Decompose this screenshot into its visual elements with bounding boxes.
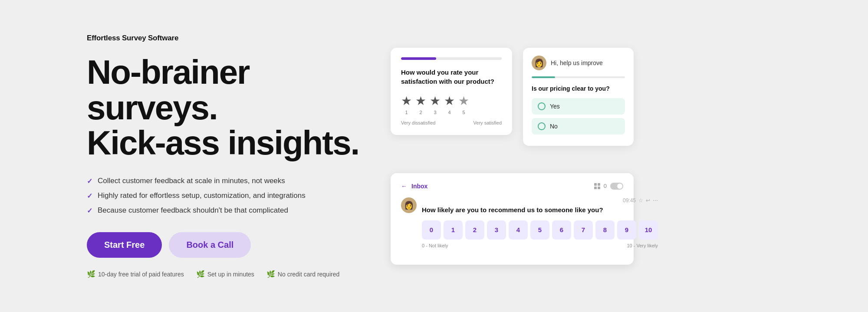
survey-card-yes-no: 👩 Hi, help us improve Is our pricing cle… <box>523 48 634 146</box>
message-avatar: 👩 <box>401 197 417 213</box>
star-rating-row: ★ 1 ★ 2 ★ 3 ★ 4 ★ 5 <box>401 94 502 115</box>
star-4: ★ <box>444 94 455 108</box>
more-icon: ⋯ <box>653 197 658 204</box>
check-icon-1: ✓ <box>87 177 92 185</box>
star-item-1[interactable]: ★ 1 <box>401 94 412 115</box>
feature-text-1: Collect customer feedback at scale in mi… <box>98 177 285 185</box>
star-item-4[interactable]: ★ 4 <box>444 94 455 115</box>
rating-labels: Very dissatisfied Very satisfied <box>401 120 502 125</box>
inbox-header: ← Inbox 0 <box>401 183 623 190</box>
nps-1[interactable]: 1 <box>444 220 463 240</box>
nps-labels: 0 - Not likely 10 - Very likely <box>422 243 658 248</box>
nps-9[interactable]: 9 <box>617 220 636 240</box>
progress-bar-2 <box>532 76 625 78</box>
no-option[interactable]: No <box>532 118 625 135</box>
progress-bar-1 <box>401 57 502 60</box>
nps-7[interactable]: 7 <box>574 220 593 240</box>
headline-line2: Kick-ass insights. <box>87 124 359 162</box>
nps-6[interactable]: 6 <box>552 220 571 240</box>
rating-label-high: Very satisfied <box>473 120 502 125</box>
time-value: 09:45 <box>623 197 636 204</box>
inbox-label: Inbox <box>411 183 427 190</box>
message-content: 09:45 ☆ ↩ ⋯ How likely are you to recomm… <box>422 197 658 248</box>
trust-badge-3: 🌿 No credit card required <box>266 270 339 278</box>
yes-option[interactable]: Yes <box>532 98 625 115</box>
cta-buttons: Start Free Book a Call <box>87 232 365 258</box>
check-icon-2: ✓ <box>87 192 92 200</box>
star-1: ★ <box>401 94 412 108</box>
star-label-2: 2 <box>419 110 422 115</box>
inbox-count: 0 <box>604 183 607 189</box>
feature-item-3: ✓ Because customer feedback shouldn't be… <box>87 206 365 215</box>
feature-text-2: Highly rated for effortless setup, custo… <box>98 191 306 200</box>
star-item-2[interactable]: ★ 2 <box>415 94 426 115</box>
hero-right-mockups: How would you rate your satisfaction wit… <box>391 48 634 265</box>
star-5: ★ <box>458 94 469 108</box>
badge-icon-2: 🌿 <box>196 270 205 278</box>
yes-no-question: Is our pricing clear to you? <box>532 85 625 92</box>
survey-card-star-rating: How would you rate your satisfaction wit… <box>391 48 512 135</box>
feature-item-1: ✓ Collect customer feedback at scale in … <box>87 177 365 185</box>
headline-line1: No-brainer surveys. <box>87 53 249 127</box>
rating-label-low: Very dissatisfied <box>401 120 435 125</box>
star-survey-question: How would you rate your satisfaction wit… <box>401 68 502 86</box>
trust-badge-1: 🌿 10-day free trial of paid features <box>87 270 184 278</box>
trust-badge-2: 🌿 Set up in minutes <box>196 270 254 278</box>
survey-card-nps: ← Inbox 0 👩 09:45 <box>391 173 634 265</box>
radio-no <box>538 122 546 130</box>
message-row: 👩 09:45 ☆ ↩ ⋯ How likely are you to reco… <box>401 197 623 248</box>
check-icon-3: ✓ <box>87 207 92 215</box>
trust-text-1: 10-day free trial of paid features <box>98 271 184 278</box>
star-label-4: 4 <box>448 110 450 115</box>
radio-yes <box>538 102 546 110</box>
nps-0[interactable]: 0 <box>422 220 441 240</box>
star-item-3[interactable]: ★ 3 <box>430 94 441 115</box>
nps-question: How likely are you to recommend us to so… <box>422 206 658 213</box>
star-2: ★ <box>415 94 426 108</box>
nps-10[interactable]: 10 <box>639 220 658 240</box>
nps-label-low: 0 - Not likely <box>422 243 448 248</box>
badge-icon-1: 🌿 <box>87 270 95 278</box>
nps-numbers: 0 1 2 3 4 5 6 7 8 9 10 <box>422 220 658 240</box>
progress-fill-1 <box>401 57 436 60</box>
trust-text-3: No credit card required <box>278 271 339 278</box>
star-label-5: 5 <box>462 110 465 115</box>
feature-item-2: ✓ Highly rated for effortless setup, cus… <box>87 191 365 200</box>
hero-headline: No-brainer surveys. Kick-ass insights. <box>87 55 365 161</box>
reply-icon: ↩ <box>646 197 650 204</box>
chat-greeting: Hi, help us improve <box>551 59 603 66</box>
avatar: 👩 <box>532 56 546 70</box>
toggle-switch[interactable] <box>610 183 623 190</box>
chat-header: 👩 Hi, help us improve <box>532 56 625 70</box>
inbox-right-controls: 0 <box>594 183 623 190</box>
badge-icon-3: 🌿 <box>266 270 275 278</box>
start-free-button[interactable]: Start Free <box>87 232 162 258</box>
nps-label-high: 10 - Very likely <box>627 243 658 248</box>
message-time: 09:45 ☆ ↩ ⋯ <box>422 197 658 204</box>
star-item-5[interactable]: ★ 5 <box>458 94 469 115</box>
star-icon: ☆ <box>638 197 643 204</box>
star-3: ★ <box>430 94 441 108</box>
feature-text-3: Because customer feedback shouldn't be t… <box>98 206 288 215</box>
grid-icon <box>594 183 600 189</box>
trust-badges: 🌿 10-day free trial of paid features 🌿 S… <box>87 270 365 278</box>
yes-label: Yes <box>550 103 560 110</box>
book-call-button[interactable]: Book a Call <box>169 232 251 258</box>
star-label-1: 1 <box>405 110 408 115</box>
back-arrow-icon[interactable]: ← <box>401 183 407 190</box>
brand-name: Effortless Survey Software <box>87 34 365 43</box>
nps-4[interactable]: 4 <box>509 220 528 240</box>
nps-5[interactable]: 5 <box>530 220 549 240</box>
nps-2[interactable]: 2 <box>465 220 484 240</box>
trust-text-2: Set up in minutes <box>207 271 254 278</box>
feature-list: ✓ Collect customer feedback at scale in … <box>87 177 365 215</box>
star-label-3: 3 <box>434 110 436 115</box>
nps-3[interactable]: 3 <box>487 220 506 240</box>
nps-8[interactable]: 8 <box>595 220 615 240</box>
progress-fill-2 <box>532 76 555 78</box>
no-label: No <box>550 123 558 130</box>
